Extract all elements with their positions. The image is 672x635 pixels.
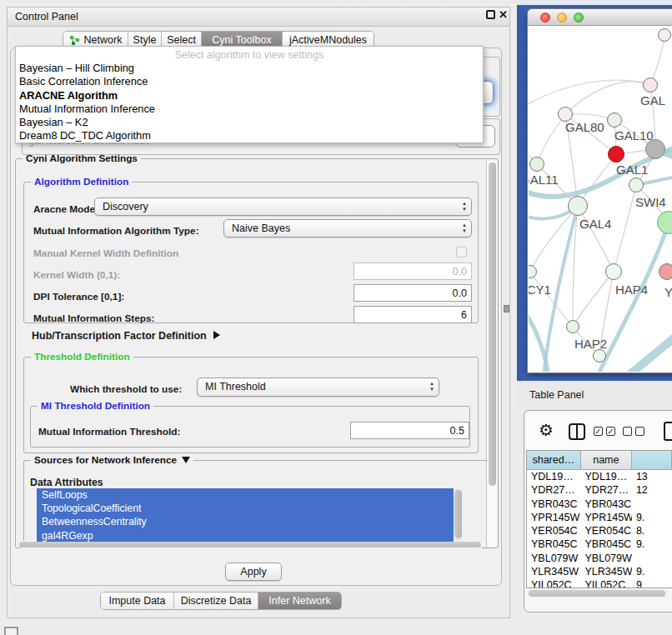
network-view-window[interactable]: GALGAL80GAL10GAL1GAL11SWI4GAL4GCY1HAP4YH… — [527, 8, 672, 373]
settings-vertical-scrollbar[interactable] — [486, 161, 497, 547]
mi-algorithm-type-select[interactable]: Naive Bayes ▲▼ — [223, 219, 472, 238]
node-attribute-table[interactable]: shared…nameYDL19…YDL19…13YDR27…YDR27…12Y… — [526, 450, 672, 588]
network-edge[interactable] — [619, 328, 672, 372]
network-edge[interactable] — [537, 114, 565, 164]
sources-section-toggle[interactable]: Sources for Network Inference — [31, 454, 193, 466]
table-cell: YLR345W — [581, 565, 632, 578]
network-node-gal[interactable] — [643, 78, 658, 92]
network-node-gal1[interactable] — [608, 146, 624, 162]
mi-steps-input[interactable]: 6 — [354, 306, 472, 323]
dropdown-option[interactable]: Basic Correlation Inference — [16, 75, 483, 88]
which-threshold-select[interactable]: MI Threshold ▲▼ — [197, 378, 439, 397]
dpi-tolerance-input[interactable]: 0.0 — [354, 284, 472, 302]
table-cell: YBR045C — [581, 538, 632, 551]
table-cell: YBR043C — [581, 498, 632, 511]
network-node-gal11[interactable] — [529, 157, 544, 172]
dropdown-prompt: Select algorithm to view settings — [16, 47, 483, 62]
network-edge[interactable] — [578, 206, 614, 272]
table-cell: YPR145W — [527, 511, 581, 524]
tab-discretize-data[interactable]: Discretize Data — [174, 592, 258, 609]
network-node[interactable] — [658, 28, 671, 42]
mi-algorithm-type-value: Naive Bayes — [232, 222, 290, 234]
manual-kernel-width-checkbox[interactable] — [456, 247, 467, 258]
network-node-y[interactable] — [659, 263, 672, 280]
dropdown-option[interactable]: Bayesian – K2 — [16, 116, 483, 129]
close-panel-icon[interactable]: ✕ — [499, 8, 508, 21]
network-edge[interactable] — [529, 80, 650, 107]
attribute-item[interactable]: gal4RGexp — [37, 529, 454, 542]
network-edge[interactable] — [573, 272, 614, 327]
kernel-width-input[interactable]: 0.0 — [354, 262, 472, 280]
table-row[interactable]: YLR345WYLR345W9. — [527, 565, 672, 578]
export-table-icon[interactable] — [664, 422, 672, 441]
tab-impute-data[interactable]: Impute Data — [101, 592, 174, 609]
attribute-item[interactable]: TopologicalCoefficient — [37, 502, 454, 515]
network-canvas[interactable]: GALGAL80GAL10GAL1GAL11SWI4GAL4GCY1HAP4YH… — [529, 27, 672, 372]
network-node-gal10[interactable] — [607, 112, 622, 128]
deselect-all-checkbox-icon[interactable] — [623, 427, 632, 436]
mi-steps-label: Mutual Information Steps: — [33, 312, 155, 324]
network-node[interactable] — [645, 139, 665, 159]
table-cell: YER054C — [581, 524, 632, 538]
dropdown-option[interactable]: ARACNE Algorithm — [16, 89, 483, 102]
network-node-hap2[interactable] — [566, 320, 579, 333]
aracne-mode-select[interactable]: Discovery ▲▼ — [94, 198, 472, 216]
threshold-definition-title: Threshold Definition — [31, 351, 133, 362]
table-cell: YER054C — [527, 524, 581, 538]
select-all-checkbox-icon[interactable]: ✓ — [606, 427, 615, 436]
network-node-hap4[interactable] — [605, 263, 622, 280]
node-label: GCY1 — [529, 282, 551, 297]
table-row[interactable]: YBR045CYBR045C9. — [527, 538, 672, 551]
table-header-row: shared…name — [527, 451, 672, 470]
hub-section-label: Hub/Transcription Factor Definition — [32, 330, 207, 342]
table-cell — [632, 552, 672, 565]
network-node-swi4[interactable] — [629, 178, 644, 192]
algorithm-definition-title: Algorithm Definition — [31, 176, 132, 188]
table-row[interactable]: YBR043CYBR043C — [527, 498, 672, 511]
deselect-all-checkbox-icon[interactable] — [635, 427, 644, 436]
network-node-gal4[interactable] — [568, 196, 588, 216]
dropdown-option[interactable]: Bayesian – Hill Climbing — [16, 62, 483, 75]
table-row[interactable]: YDL19…YDL19…13 — [527, 470, 672, 483]
table-row[interactable]: YER054CYER054C8. — [527, 524, 672, 538]
panel-splitter-handle[interactable] — [504, 305, 509, 312]
dropdown-option[interactable]: Mutual Information Inference — [16, 102, 483, 116]
attribute-item[interactable]: SelfLoops — [37, 488, 454, 502]
minimize-window-icon[interactable] — [557, 12, 567, 22]
network-node[interactable] — [593, 349, 606, 362]
network-edge[interactable] — [529, 310, 549, 372]
select-all-checkbox-icon[interactable]: ✓ — [594, 427, 603, 436]
show-columns-icon[interactable] — [569, 423, 585, 440]
table-cell: YBR043C — [527, 498, 581, 511]
table-row[interactable]: YBL079WYBL079W — [527, 552, 672, 565]
attribute-item[interactable]: BetweennessCentrality — [37, 515, 454, 528]
attributes-list-scrollbar[interactable] — [454, 489, 462, 541]
mi-threshold-input[interactable]: 0.5 — [350, 422, 469, 439]
zoom-window-icon[interactable] — [574, 12, 584, 22]
float-window-icon[interactable] — [486, 10, 495, 19]
hub-section-toggle[interactable]: Hub/Transcription Factor Definition — [32, 330, 220, 342]
node-label: HAP2 — [574, 337, 607, 351]
corner-widget[interactable] — [4, 627, 18, 635]
network-edge[interactable] — [614, 185, 636, 272]
table-row[interactable]: YDR27…YDR27…12 — [527, 483, 672, 497]
close-window-icon[interactable] — [540, 12, 550, 22]
table-cell: YDR27… — [581, 483, 632, 497]
column-header-extra[interactable] — [632, 451, 672, 470]
column-header-name[interactable]: name — [581, 451, 632, 470]
dropdown-option[interactable]: Dream8 DC_TDC Algorithm — [16, 129, 483, 142]
gear-icon[interactable]: ⚙ — [539, 420, 554, 440]
network-edge[interactable] — [565, 82, 650, 114]
tab-label: Impute Data — [108, 595, 165, 607]
network-window-titlebar[interactable] — [528, 9, 672, 26]
dpi-tolerance-label: DPI Tolerance [0,1]: — [33, 291, 124, 302]
data-attributes-list: SelfLoopsTopologicalCoefficientBetweenne… — [37, 488, 454, 542]
table-row[interactable]: YIL052CYIL052C9 — [527, 578, 672, 588]
table-cell: 9 — [632, 578, 672, 588]
table-row[interactable]: YPR145WYPR145W9. — [527, 511, 672, 524]
apply-button[interactable]: Apply — [225, 562, 282, 581]
column-header-shared…[interactable]: shared… — [527, 451, 581, 470]
settings-horizontal-scrollbar[interactable] — [18, 541, 484, 548]
tab-infer-network[interactable]: Infer Network — [258, 592, 341, 609]
table-cell: YDL19… — [527, 470, 581, 483]
